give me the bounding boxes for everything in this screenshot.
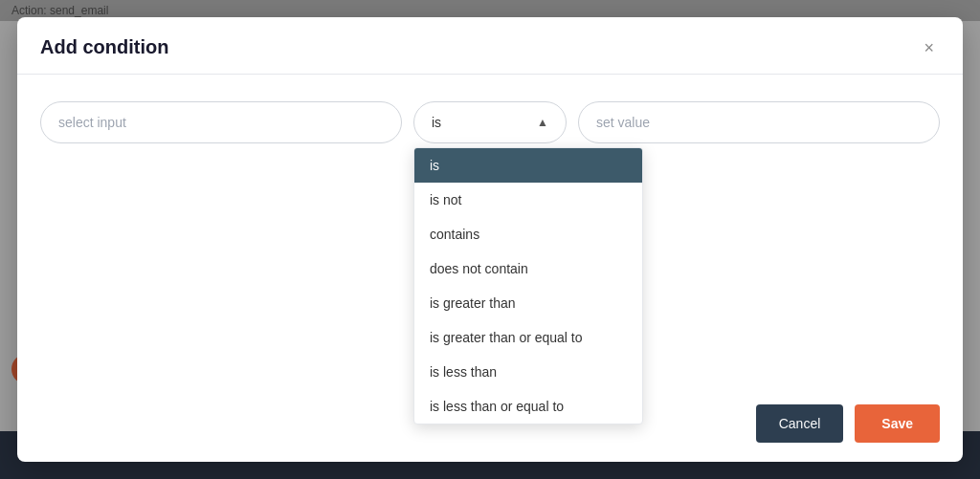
add-condition-modal: Add condition × select input is ▲ is xyxy=(17,17,963,462)
dropdown-item-is-greater-than-or-equal-to[interactable]: is greater than or equal to xyxy=(414,320,642,355)
select-input-placeholder: select input xyxy=(58,115,126,130)
modal-body: select input is ▲ is is not co xyxy=(17,75,963,389)
chevron-up-icon: ▲ xyxy=(537,116,548,129)
close-icon: × xyxy=(924,38,934,57)
operator-dropdown-menu: is is not contains does not contain is g… xyxy=(413,147,643,425)
dropdown-item-does-not-contain[interactable]: does not contain xyxy=(414,251,642,286)
save-label: Save xyxy=(881,416,913,431)
dropdown-item-is-not[interactable]: is not xyxy=(414,183,642,217)
cancel-label: Cancel xyxy=(779,416,821,431)
dropdown-item-is-less-than[interactable]: is less than xyxy=(414,355,642,389)
dropdown-item-is[interactable]: is xyxy=(414,148,642,183)
close-button[interactable]: × xyxy=(918,37,940,58)
modal-title: Add condition xyxy=(40,36,168,58)
set-value-input[interactable]: set value xyxy=(578,101,940,143)
dropdown-item-contains[interactable]: contains xyxy=(414,217,642,251)
select-input[interactable]: select input xyxy=(40,101,402,143)
dropdown-item-is-less-than-or-equal-to[interactable]: is less than or equal to xyxy=(414,389,642,424)
operator-value-label: is xyxy=(432,115,441,130)
condition-row: select input is ▲ is is not co xyxy=(40,101,940,143)
cancel-button[interactable]: Cancel xyxy=(756,404,844,443)
operator-dropdown-container: is ▲ is is not contains does not cont xyxy=(413,101,567,143)
operator-dropdown-button[interactable]: is ▲ xyxy=(413,101,567,143)
set-value-placeholder: set value xyxy=(596,115,650,130)
dropdown-item-is-greater-than[interactable]: is greater than xyxy=(414,286,642,320)
save-button[interactable]: Save xyxy=(855,404,940,443)
modal-header: Add condition × xyxy=(17,17,963,75)
